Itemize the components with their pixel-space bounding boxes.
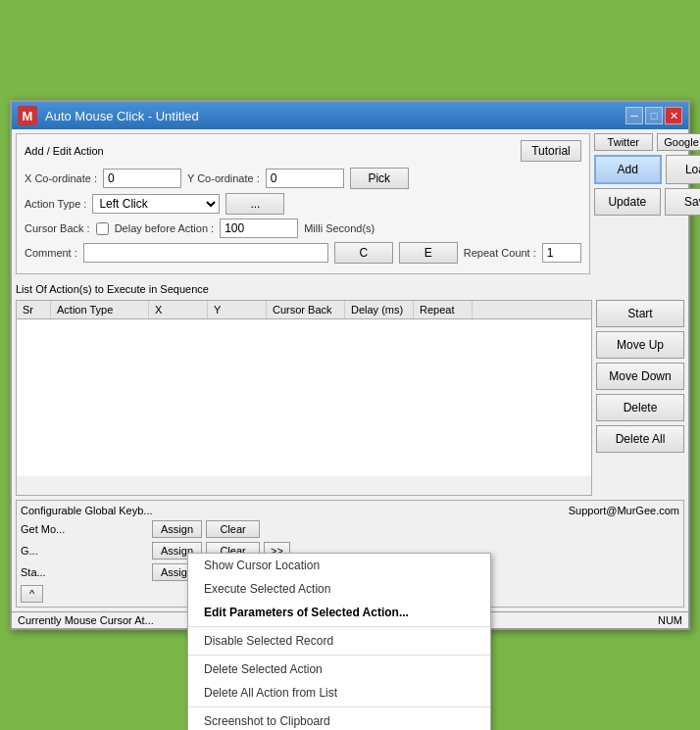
title-bar: M Auto Mouse Click - Untitled ─ □ ✕ [12,102,688,129]
col-header-delay: Delay (ms) [345,301,414,318]
list-section-label: List Of Action(s) to Execute in Sequence [16,282,684,296]
context-menu-item[interactable]: Screenshot to Clipboard [188,709,490,730]
google-button[interactable]: Google + [657,133,700,151]
twitter-button[interactable]: Twitter [594,133,653,151]
y-input[interactable] [266,169,344,188]
tutorial-button[interactable]: Tutorial [521,140,581,162]
c-button[interactable]: C [334,242,393,264]
cursor-back-checkbox[interactable] [96,222,109,235]
social-buttons: Twitter Google + Facebook [594,133,700,151]
window-controls: ─ □ ✕ [625,107,682,124]
move-down-button[interactable]: Move Down [596,363,684,390]
list-title: List Of Action(s) to Execute in Sequence [16,283,209,295]
repeat-input[interactable] [542,243,581,263]
list-body[interactable] [17,319,591,476]
shortcut-row-1: Get Mo... Assign Clear [21,520,679,538]
g-label: G... [21,545,148,557]
y-label: Y Co-ordinate : [187,172,260,184]
keyboard-label: Configurable Global Keyb... [21,505,153,516]
app-icon: M [18,106,37,125]
col-header-x: X [149,301,208,318]
col-header-sr: Sr [17,301,51,318]
coordinates-row: X Co-ordinate : Y Co-ordinate : Pick [25,168,581,189]
context-menu-item[interactable]: Disable Selected Record [188,629,490,653]
close-button[interactable]: ✕ [665,107,682,124]
col-header-action: Action Type [51,301,149,318]
add-load-row: Add Load [594,155,700,184]
comment-row: Comment : C E Repeat Count : [25,242,581,264]
context-menu-item[interactable]: Delete All Action from List [188,681,490,705]
x-label: X Co-ordinate : [25,172,97,184]
side-buttons: Start Move Up Move Down Delete Delete Al… [596,300,684,496]
status-left: Currently Mouse Cursor At... [18,614,154,626]
context-menu-separator [188,626,490,627]
delete-button[interactable]: Delete [596,394,684,421]
context-menu: Show Cursor LocationExecute Selected Act… [187,553,491,730]
comment-input[interactable] [83,243,328,263]
window-title: Auto Mouse Click - Untitled [45,109,199,123]
content-area: Add / Edit Action Tutorial X Co-ordinate… [12,129,688,611]
e-button[interactable]: E [399,242,458,264]
cursor-back-label: Cursor Back : [25,222,90,234]
context-menu-separator [188,655,490,656]
context-menu-separator [188,706,490,707]
update-save-row: Update Save [594,188,700,216]
main-window: M Auto Mouse Click - Untitled ─ □ ✕ Add … [10,100,690,630]
update-button[interactable]: Update [594,188,661,216]
list-header: Sr Action Type X Y Cursor Back Delay (ms… [17,301,591,319]
get-more-label: Get Mo... [21,523,148,535]
context-menu-item[interactable]: Edit Parameters of Selected Action... [188,601,490,624]
assign-btn-1[interactable]: Assign [152,520,202,538]
action-type-row: Action Type : Left Click Right Click Dou… [25,193,581,215]
scroll-up-button[interactable]: ^ [21,585,43,603]
ellipsis-button[interactable]: ... [225,193,284,215]
repeat-label: Repeat Count : [464,247,536,259]
context-menu-item[interactable]: Execute Selected Action [188,577,490,601]
col-header-repeat: Repeat [414,301,473,318]
context-menu-item[interactable]: Delete Selected Action [188,657,490,681]
delete-all-button[interactable]: Delete All [596,425,684,453]
action-type-label: Action Type : [25,198,86,210]
right-panel: Twitter Google + Facebook Add Load Updat… [594,133,700,278]
action-list: Sr Action Type X Y Cursor Back Delay (ms… [16,300,592,496]
context-menu-item[interactable]: Show Cursor Location [188,554,490,577]
add-button[interactable]: Add [594,155,662,184]
pick-button[interactable]: Pick [350,168,409,189]
delay-label: Delay before Action : [115,222,215,234]
status-right: NUM [658,614,682,626]
save-button[interactable]: Save [665,188,700,216]
maximize-button[interactable]: □ [645,107,663,124]
minimize-button[interactable]: ─ [625,107,643,124]
delay-unit: Milli Second(s) [304,222,375,234]
add-edit-section: Add / Edit Action Tutorial X Co-ordinate… [16,133,590,274]
support-text: Support@MurGee.com [569,505,679,516]
add-edit-label: Add / Edit Action [25,145,104,157]
col-header-cursor: Cursor Back [267,301,345,318]
title-bar-left: M Auto Mouse Click - Untitled [18,106,199,125]
action-type-select[interactable]: Left Click Right Click Double Click Move… [92,194,220,214]
delay-input[interactable] [220,219,298,238]
move-up-button[interactable]: Move Up [596,331,684,359]
main-layout: Sr Action Type X Y Cursor Back Delay (ms… [16,300,684,496]
clear-btn-1[interactable]: Clear [206,520,260,538]
comment-label: Comment : [25,247,77,259]
load-button[interactable]: Load [666,155,700,184]
cursor-delay-row: Cursor Back : Delay before Action : Mill… [25,219,581,238]
start-button[interactable]: Start [596,300,684,327]
top-section: Add / Edit Action Tutorial X Co-ordinate… [16,133,684,278]
sta-label: Sta... [21,566,148,578]
col-header-y: Y [208,301,267,318]
x-input[interactable] [103,169,181,188]
